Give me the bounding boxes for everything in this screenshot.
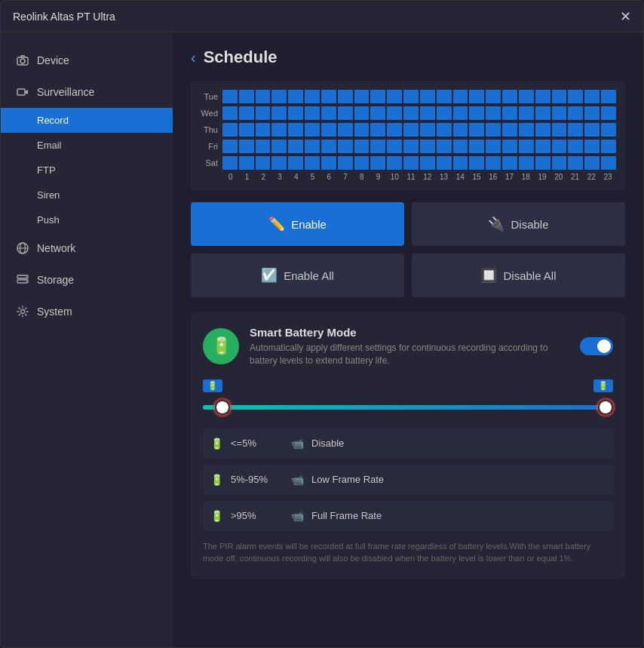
grid-cell[interactable] [222,106,238,120]
grid-cell[interactable] [420,140,435,153]
grid-cell[interactable] [486,140,501,153]
grid-cell[interactable] [403,90,419,103]
grid-cell[interactable] [535,156,550,170]
grid-cell[interactable] [271,123,287,137]
grid-cell[interactable] [222,123,238,137]
grid-cell[interactable] [256,106,271,120]
grid-cell[interactable] [502,123,517,137]
grid-cell[interactable] [370,156,385,170]
grid-cell[interactable] [568,140,583,153]
grid-cell[interactable] [469,156,484,170]
close-button[interactable]: ✕ [620,10,631,23]
disable-button[interactable]: 🔌 Disable [412,202,625,246]
grid-cell[interactable] [552,140,567,153]
back-button[interactable]: ‹ [191,49,196,66]
grid-cell[interactable] [256,140,271,153]
grid-cell[interactable] [420,106,435,120]
grid-cell[interactable] [535,90,550,103]
grid-cell[interactable] [502,106,517,120]
range-track[interactable] [203,398,613,416]
smart-battery-toggle[interactable] [580,337,613,355]
enable-button[interactable]: ✏️ Enable [191,202,404,246]
grid-cell[interactable] [535,106,550,120]
grid-cell[interactable] [403,106,419,120]
grid-cell[interactable] [486,106,501,120]
grid-cell[interactable] [535,123,550,137]
grid-cell[interactable] [568,90,583,103]
grid-cell[interactable] [288,156,303,170]
grid-cell[interactable] [305,90,320,103]
grid-cell[interactable] [387,140,402,153]
grid-cell[interactable] [584,123,600,137]
sidebar-item-ftp[interactable]: FTP [1,158,173,183]
grid-cell[interactable] [403,140,419,153]
grid-cell[interactable] [535,140,550,153]
grid-cell[interactable] [519,140,534,153]
grid-cell[interactable] [370,140,385,153]
grid-cell[interactable] [271,106,287,120]
grid-cell[interactable] [420,90,435,103]
grid-cell[interactable] [288,123,303,137]
sidebar-item-network[interactable]: Network [1,232,173,264]
grid-cell[interactable] [387,90,402,103]
grid-cell[interactable] [370,106,385,120]
grid-cell[interactable] [387,156,402,170]
enable-all-button[interactable]: ☑️ Enable All [191,253,404,297]
grid-cell[interactable] [519,106,534,120]
grid-cell[interactable] [552,123,567,137]
grid-cell[interactable] [338,123,353,137]
grid-cell[interactable] [354,106,370,120]
sidebar-item-surveillance[interactable]: Surveillance [1,76,173,108]
grid-cell[interactable] [256,123,271,137]
grid-cell[interactable] [321,106,336,120]
grid-cell[interactable] [256,156,271,170]
grid-cell[interactable] [338,90,353,103]
sidebar-item-record[interactable]: Record [1,108,173,133]
grid-cells-sat[interactable] [222,156,616,170]
grid-cell[interactable] [568,106,583,120]
grid-cell[interactable] [601,156,616,170]
grid-cell[interactable] [453,156,468,170]
grid-cell[interactable] [469,140,484,153]
grid-cell[interactable] [288,106,303,120]
grid-cell[interactable] [519,90,534,103]
grid-cell[interactable] [486,90,501,103]
grid-cell[interactable] [403,156,419,170]
grid-cell[interactable] [387,123,402,137]
grid-cell[interactable] [601,90,616,103]
grid-cell[interactable] [271,90,287,103]
grid-cell[interactable] [453,123,468,137]
slider-thumb-right[interactable] [598,400,613,415]
grid-cell[interactable] [305,106,320,120]
grid-cells-fri[interactable] [222,140,616,153]
grid-cell[interactable] [469,123,484,137]
grid-cell[interactable] [437,106,452,120]
grid-cell[interactable] [239,156,254,170]
grid-cell[interactable] [437,90,452,103]
grid-cell[interactable] [502,156,517,170]
grid-cell[interactable] [239,123,254,137]
grid-cell[interactable] [338,140,353,153]
grid-cell[interactable] [420,123,435,137]
disable-all-button[interactable]: 🔲 Disable All [412,253,625,297]
grid-cell[interactable] [321,90,336,103]
sidebar-item-storage[interactable]: Storage [1,264,173,296]
grid-cell[interactable] [568,156,583,170]
grid-cell[interactable] [453,106,468,120]
grid-cell[interactable] [271,140,287,153]
grid-cell[interactable] [321,156,336,170]
grid-cell[interactable] [305,123,320,137]
grid-cell[interactable] [601,123,616,137]
grid-cell[interactable] [420,156,435,170]
sidebar-item-system[interactable]: System [1,296,173,327]
grid-cell[interactable] [552,106,567,120]
sidebar-item-siren[interactable]: Siren [1,183,173,207]
grid-cell[interactable] [584,140,600,153]
grid-cell[interactable] [552,90,567,103]
grid-cell[interactable] [502,90,517,103]
sidebar-item-push[interactable]: Push [1,207,173,232]
sidebar-item-email[interactable]: Email [1,133,173,158]
grid-cell[interactable] [502,140,517,153]
grid-cell[interactable] [519,156,534,170]
grid-cell[interactable] [486,123,501,137]
